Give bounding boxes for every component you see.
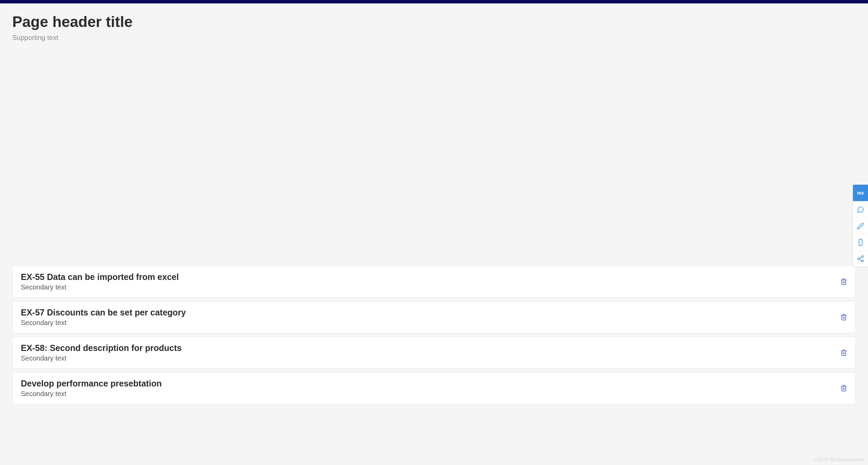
- list-item-title: EX-57 Discounts can be set per category: [21, 308, 834, 318]
- list-item-secondary: Secondary text: [21, 283, 834, 291]
- svg-line-13: [859, 259, 862, 260]
- share-icon: [857, 255, 864, 263]
- chat-icon: [857, 206, 864, 213]
- svg-rect-8: [859, 239, 862, 245]
- watermark: CSDN @djwuhjwiwhe: [814, 456, 864, 462]
- side-toolbar: mx: [853, 184, 868, 267]
- list-item[interactable]: Develop performance presebtation Seconda…: [12, 372, 856, 404]
- toolbar-chat-button[interactable]: [853, 201, 868, 217]
- mobile-icon: [857, 239, 864, 246]
- list-item-title: Develop performance presebtation: [21, 379, 834, 389]
- trash-icon[interactable]: [840, 349, 847, 356]
- list-item[interactable]: EX-58: Second description for products S…: [12, 337, 856, 369]
- trash-icon[interactable]: [840, 278, 847, 285]
- list-item-secondary: Secondary text: [21, 319, 834, 327]
- edit-icon: [857, 222, 864, 230]
- list-item-secondary: Secondary text: [21, 354, 834, 362]
- page-subtitle: Supporting text: [12, 34, 856, 42]
- content-spacer: [0, 47, 868, 266]
- list-item-action: [834, 278, 847, 285]
- svg-line-14: [859, 257, 862, 258]
- toolbar-edit-button[interactable]: [853, 217, 868, 234]
- list-item-content: EX-55 Data can be imported from excel Se…: [21, 272, 834, 291]
- list-item-content: EX-57 Discounts can be set per category …: [21, 308, 834, 327]
- list-item-content: Develop performance presebtation Seconda…: [21, 379, 834, 398]
- toolbar-share-button[interactable]: [853, 250, 868, 267]
- top-accent-bar: [0, 0, 868, 3]
- item-list: EX-55 Data can be imported from excel Se…: [0, 266, 868, 404]
- list-item-secondary: Secondary text: [21, 390, 834, 398]
- trash-icon[interactable]: [840, 313, 847, 321]
- list-item-action: [834, 384, 847, 392]
- mx-logo-icon: mx: [856, 190, 865, 196]
- list-item-title: EX-55 Data can be imported from excel: [21, 272, 834, 282]
- trash-icon[interactable]: [840, 384, 847, 392]
- toolbar-mobile-button[interactable]: [853, 234, 868, 250]
- page-header: Page header title Supporting text: [0, 3, 868, 47]
- list-item-content: EX-58: Second description for products S…: [21, 343, 834, 362]
- list-item-action: [834, 349, 847, 356]
- page-title: Page header title: [12, 13, 856, 31]
- list-item[interactable]: EX-55 Data can be imported from excel Se…: [12, 266, 856, 298]
- toolbar-mx-button[interactable]: mx: [853, 185, 868, 201]
- list-item[interactable]: EX-57 Discounts can be set per category …: [12, 301, 856, 333]
- list-item-action: [834, 313, 847, 321]
- list-item-title: EX-58: Second description for products: [21, 343, 834, 353]
